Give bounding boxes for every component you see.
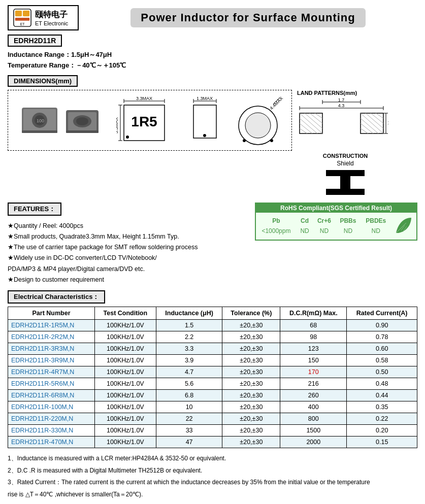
part-number-badge: EDRH2D11R (8, 35, 62, 47)
table-cell-4: 150 (280, 355, 347, 366)
table-cell-2: 1.5 (156, 320, 222, 331)
feature-item-2: ★Small products, Quadrate3.3mm Max, Heig… (8, 231, 250, 242)
svg-text:1.3MAX: 1.3MAX (196, 96, 212, 101)
table-cell-1: 100KHz/1.0V (95, 390, 156, 401)
table-cell-2: 6.8 (156, 390, 222, 401)
features-section-label: FEATURES： (8, 203, 61, 216)
svg-line-41 (300, 118, 317, 133)
table-cell-3: ±20,±30 (222, 401, 280, 413)
rohs-header-pb: Pb (256, 216, 297, 226)
table-cell-3: ±20,±30 (222, 390, 280, 401)
svg-text:1.7: 1.7 (338, 98, 345, 103)
table-cell-1: 100KHz/1.0V (95, 401, 156, 413)
inductor-photos: 100 (19, 100, 103, 141)
table-cell-0: EDRH2D11R-4R7M,N (8, 366, 95, 378)
rohs-val-pbdes: ND (361, 226, 391, 236)
note-3: 3、Rated Current：The rated current is the… (8, 477, 417, 488)
table-cell-1: 100KHz/1.0V (95, 366, 156, 378)
svg-rect-15 (66, 130, 99, 133)
svg-line-50 (361, 123, 373, 133)
svg-point-14 (76, 117, 88, 125)
note-1: 1、Inductance is measured with a LCR mete… (8, 453, 417, 464)
svg-rect-68 (340, 176, 350, 189)
svg-rect-69 (326, 189, 365, 195)
table-cell-3: ±20,±30 (222, 343, 280, 355)
svg-text:ET: ET (20, 22, 25, 26)
table-cell-2: 10 (156, 401, 222, 413)
svg-rect-31 (193, 105, 216, 138)
rohs-title: RoHS Compliant(SGS Certified Result) (256, 204, 416, 213)
features-box: FEATURES： ★Quantity / Reel: 4000pcs ★Sma… (8, 203, 250, 286)
svg-line-44 (305, 113, 322, 128)
round-view-diagram: 4.4MAX (235, 95, 281, 146)
top-view-svg: 3.3MAX 3.3MAX 1R5 (116, 95, 172, 151)
svg-text:3.3MAX: 3.3MAX (136, 96, 152, 101)
table-cell-4: 800 (280, 413, 347, 425)
table-row: EDRH2D11R-2R2M,N100KHz/1.0V2.2±20,±30980… (8, 331, 417, 343)
svg-rect-1 (15, 11, 22, 16)
table-cell-0: EDRH2D11R-3R3M,N (8, 343, 95, 355)
table-cell-1: 100KHz/1.0V (95, 343, 156, 355)
dimensions-area: 100 3.3MAX (8, 90, 417, 198)
feature-item-5: ★Design to customer requirement (8, 275, 250, 285)
table-cell-4: 260 (280, 390, 347, 401)
table-row: EDRH2D11R-6R8M,N100KHz/1.0V6.8±20,±30260… (8, 390, 417, 401)
svg-text:4.3: 4.3 (338, 103, 345, 108)
table-cell-4: 216 (280, 378, 347, 390)
svg-point-36 (245, 113, 271, 138)
table-row: EDRH2D11R-100M,N100KHz/1.0V10±20,±304000… (8, 401, 417, 413)
svg-line-49 (361, 118, 378, 133)
leaf-svg (394, 215, 414, 236)
svg-text:1.3: 1.3 (387, 120, 388, 125)
spec-lines: Inductance Range：1.5μH～47μH Temperature … (8, 50, 417, 71)
table-cell-1: 100KHz/1.0V (95, 436, 156, 448)
feature-item-3: ★The use of carrier tape package for SMT… (8, 242, 250, 253)
inductor-photo-1: 100 (19, 100, 60, 141)
electrical-section-label: Electrical Characteristics： (8, 290, 105, 304)
inductor-photo-2 (62, 100, 103, 141)
svg-line-53 (371, 113, 383, 123)
table-cell-0: EDRH2D11R-2R2M,N (8, 331, 95, 343)
svg-text:100: 100 (37, 118, 44, 123)
notes-section: 1、Inductance is measured with a LCR mete… (8, 453, 417, 500)
table-cell-4: 400 (280, 401, 347, 413)
svg-text:4.4MAX: 4.4MAX (269, 95, 283, 111)
rohs-val-cr: ND (313, 226, 335, 236)
feature-item-1: ★Quantity / Reel: 4000pcs (8, 221, 250, 231)
table-cell-0: EDRH2D11R-1R5M,N (8, 320, 95, 331)
svg-point-37 (243, 139, 246, 142)
land-patterns-label: LAND PATTERNS(mm) (297, 90, 394, 96)
table-cell-0: EDRH2D11R-220M,N (8, 413, 95, 425)
table-cell-3: ±20,±30 (222, 378, 280, 390)
table-cell-5: 0.44 (347, 390, 417, 401)
construction-area: CONSTRUCTION Shield (297, 153, 394, 198)
svg-line-43 (300, 128, 307, 133)
col-header-part: Part Number (8, 307, 95, 320)
svg-text:1R5: 1R5 (131, 114, 157, 129)
table-cell-5: 0.48 (347, 378, 417, 390)
table-row: EDRH2D11R-3R9M,N100KHz/1.0V3.9±20,±30150… (8, 355, 417, 366)
dimensions-section-label: DIMENSIONS(mm) (8, 75, 78, 87)
table-cell-1: 100KHz/1.0V (95, 355, 156, 366)
table-cell-5: 0.60 (347, 343, 417, 355)
land-patterns-area: LAND PATTERNS(mm) (297, 90, 394, 150)
table-row: EDRH2D11R-5R6M,N100KHz/1.0V5.6±20,±30216… (8, 378, 417, 390)
table-row: EDRH2D11R-3R3M,N100KHz/1.0V3.3±20,±30123… (8, 343, 417, 355)
table-cell-2: 3.3 (156, 343, 222, 355)
table-cell-2: 33 (156, 425, 222, 436)
logo-box: ET 颐特电子 ET Electronic (8, 5, 79, 30)
table-cell-4: 1500 (280, 425, 347, 436)
round-view-svg: 4.4MAX (235, 95, 283, 151)
rohs-header-pbbs: PBBs (335, 216, 361, 226)
table-cell-0: EDRH2D11R-5R6M,N (8, 378, 95, 390)
table-cell-2: 3.9 (156, 355, 222, 366)
rohs-box: RoHS Compliant(SGS Certified Result) Pb … (255, 203, 417, 241)
table-cell-5: 0.22 (347, 413, 417, 425)
svg-line-54 (376, 113, 383, 118)
col-header-test: Test Condition (95, 307, 156, 320)
table-cell-1: 100KHz/1.0V (95, 425, 156, 436)
svg-rect-2 (23, 11, 29, 16)
svg-point-38 (270, 139, 273, 142)
feature-item-4: ★Widely use in DC-DC converter/LCD TV/No… (8, 253, 250, 263)
table-cell-2: 47 (156, 436, 222, 448)
